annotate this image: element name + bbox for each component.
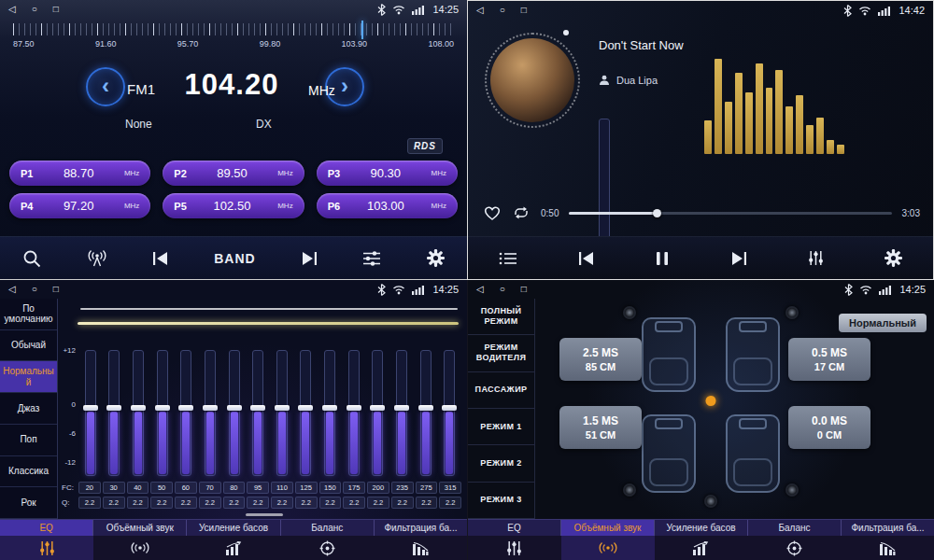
eq-band-slider-275[interactable] xyxy=(414,350,438,476)
eq-preset-0[interactable]: По умолчанию xyxy=(0,299,57,330)
home-icon[interactable]: ○ xyxy=(32,285,37,294)
slider-handle[interactable] xyxy=(347,405,361,411)
settings-gear-icon[interactable] xyxy=(884,249,902,267)
listening-mode-4[interactable]: РЕЖИМ 2 xyxy=(468,445,534,482)
preset-button-p6[interactable]: P6103.00MHz xyxy=(317,193,458,218)
eq-band-slider-20[interactable] xyxy=(78,350,103,476)
preset-button-p5[interactable]: P5102.50MHz xyxy=(163,193,304,218)
eq-band-slider-175[interactable] xyxy=(342,350,366,476)
eq-band-slider-80[interactable] xyxy=(222,350,247,476)
preset-button-p4[interactable]: P497.20MHz xyxy=(9,193,150,218)
back-icon[interactable]: ◁ xyxy=(8,5,16,14)
tab-filter[interactable]: Фильтрация ба... xyxy=(375,520,467,536)
previous-track-icon[interactable] xyxy=(578,251,595,266)
eq-band-slider-125[interactable] xyxy=(294,350,318,476)
listening-mode-0[interactable]: ПОЛНЫЙ РЕЖИМ xyxy=(468,299,534,335)
tab-bass-boost[interactable]: Усиление басов xyxy=(655,520,748,536)
tab-balance[interactable]: Баланс xyxy=(748,520,842,536)
slider-handle[interactable] xyxy=(418,405,433,411)
eq-preset-6[interactable]: Рок xyxy=(0,487,57,519)
search-icon[interactable] xyxy=(22,249,41,268)
preset-button-p1[interactable]: P188.70MHz xyxy=(9,161,150,186)
repeat-icon[interactable] xyxy=(512,205,531,220)
progress-bar[interactable] xyxy=(569,212,891,215)
delay-box-rear-left[interactable]: 1.5 MS51 CM xyxy=(559,406,642,449)
broadcast-icon[interactable] xyxy=(87,250,107,267)
slider-handle[interactable] xyxy=(394,405,409,411)
eq-preset-2[interactable]: Нормальный xyxy=(0,361,57,393)
slider-handle[interactable] xyxy=(178,405,193,411)
slider-handle[interactable] xyxy=(106,405,121,411)
filter-icon[interactable] xyxy=(374,536,467,560)
eq-sliders-icon[interactable] xyxy=(808,250,824,266)
surround-sound-icon[interactable] xyxy=(93,536,187,560)
listening-mode-1[interactable]: РЕЖИМ ВОДИТЕЛЯ xyxy=(468,335,534,371)
recents-icon[interactable]: □ xyxy=(53,5,59,14)
eq-band-slider-50[interactable] xyxy=(150,350,175,476)
surround-sound-icon[interactable] xyxy=(561,536,655,560)
slider-handle[interactable] xyxy=(227,405,242,411)
slider-handle[interactable] xyxy=(83,405,98,411)
album-art[interactable] xyxy=(490,38,574,122)
audio-adjust-icon[interactable] xyxy=(362,250,381,267)
tab-balance[interactable]: Баланс xyxy=(281,520,375,536)
slider-handle[interactable] xyxy=(298,405,313,411)
balance-icon[interactable] xyxy=(280,536,374,560)
eq-band-slider-315[interactable] xyxy=(437,350,461,476)
back-icon[interactable]: ◁ xyxy=(476,285,484,294)
home-icon[interactable]: ○ xyxy=(500,285,505,294)
recents-icon[interactable]: □ xyxy=(521,6,527,15)
settings-gear-icon[interactable] xyxy=(427,249,445,267)
listening-mode-3[interactable]: РЕЖИМ 1 xyxy=(468,409,534,445)
band-button[interactable]: BAND xyxy=(214,251,255,266)
eq-band-slider-60[interactable] xyxy=(175,350,199,476)
next-station-icon[interactable] xyxy=(301,251,318,266)
listening-mode-2[interactable]: ПАССАЖИР xyxy=(468,372,534,409)
bass-boost-icon[interactable] xyxy=(655,536,748,560)
slider-handle[interactable] xyxy=(275,405,290,411)
slider-handle[interactable] xyxy=(442,405,457,411)
eq-preset-5[interactable]: Классика xyxy=(0,456,57,488)
slider-handle[interactable] xyxy=(322,405,337,411)
filter-icon[interactable] xyxy=(841,536,934,560)
tab-eq[interactable]: EQ xyxy=(468,520,561,536)
eq-band-slider-150[interactable] xyxy=(318,350,342,476)
tab-surround-sound[interactable]: Объёмный звук xyxy=(93,520,187,536)
tab-bass-boost[interactable]: Усиление басов xyxy=(187,520,280,536)
delay-box-rear-right[interactable]: 0.0 MS0 CM xyxy=(788,406,870,449)
back-icon[interactable]: ◁ xyxy=(476,6,484,15)
delay-box-front-right[interactable]: 0.5 MS17 CM xyxy=(788,338,870,381)
frequency-ruler[interactable]: 87.5091.6095.7099.80103.90108.00 xyxy=(0,21,467,60)
recents-icon[interactable]: □ xyxy=(521,285,527,294)
tune-down-button[interactable]: ‹ xyxy=(86,67,125,106)
tab-surround-sound[interactable]: Объёмный звук xyxy=(561,520,655,536)
dx-mode-label[interactable]: DX xyxy=(256,118,272,131)
slider-handle[interactable] xyxy=(155,405,170,411)
eq-band-slider-235[interactable] xyxy=(389,350,414,476)
slider-handle[interactable] xyxy=(250,405,265,411)
preset-button-p2[interactable]: P289.50MHz xyxy=(163,161,304,186)
back-icon[interactable]: ◁ xyxy=(8,285,16,294)
eq-preset-4[interactable]: Поп xyxy=(0,425,57,456)
eq-band-slider-200[interactable] xyxy=(366,350,390,476)
slider-handle[interactable] xyxy=(203,405,218,411)
eq-band-slider-40[interactable] xyxy=(126,350,150,476)
bass-boost-icon[interactable] xyxy=(187,536,280,560)
eq-preset-3[interactable]: Джаз xyxy=(0,393,57,425)
tab-filter[interactable]: Фильтрация ба... xyxy=(842,520,934,536)
balance-icon[interactable] xyxy=(747,536,841,560)
listening-mode-5[interactable]: РЕЖИМ 3 xyxy=(468,483,534,519)
favorite-icon[interactable] xyxy=(483,204,502,221)
previous-station-icon[interactable] xyxy=(152,251,169,266)
pause-icon[interactable] xyxy=(656,251,669,266)
progress-knob[interactable] xyxy=(653,209,661,217)
bands-scrollbar[interactable] xyxy=(246,513,283,516)
eq-band-slider-30[interactable] xyxy=(103,350,127,476)
playlist-icon[interactable] xyxy=(499,251,517,266)
eq-sliders-icon[interactable] xyxy=(0,536,93,560)
slider-handle[interactable] xyxy=(131,405,146,411)
eq-band-slider-110[interactable] xyxy=(270,350,294,476)
sound-preset-button[interactable]: Нормальный xyxy=(839,314,927,332)
eq-sliders-icon[interactable] xyxy=(468,536,561,560)
slider-handle[interactable] xyxy=(370,405,385,411)
